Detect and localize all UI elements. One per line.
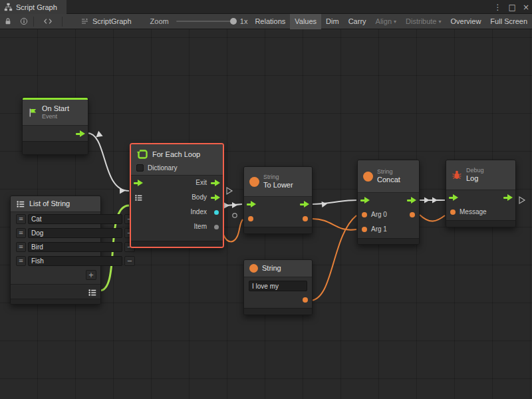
lock-button[interactable]	[0, 14, 16, 29]
list-item-input[interactable]	[28, 228, 122, 238]
values-toggle[interactable]: Values	[290, 14, 321, 29]
graph-asset-button[interactable]: ScriptGraph	[76, 14, 136, 29]
node-header[interactable]: List of String	[11, 196, 100, 212]
maximize-icon[interactable]: □	[509, 3, 516, 12]
node-for-each-loop[interactable]: For Each Loop Dictionary Exit Body Index…	[130, 144, 223, 247]
list-item-input[interactable]	[28, 242, 122, 252]
result-output-port[interactable]	[410, 212, 415, 217]
tab-label: Script Graph	[16, 3, 57, 11]
node-title: For Each Loop	[152, 150, 200, 158]
string-type-icon	[363, 172, 373, 182]
toolbar-separator	[62, 17, 63, 27]
window-tab-bar: Script Graph ⋮ □ ×	[0, 0, 532, 14]
node-debug-log[interactable]: Debug Log Message	[446, 160, 516, 227]
node-header[interactable]: On Start Event	[23, 100, 88, 126]
dictionary-label: Dictionary	[148, 164, 177, 172]
arg1-input-port[interactable]	[362, 227, 367, 232]
list-icon	[16, 200, 25, 209]
node-footer	[131, 241, 223, 247]
graph-icon	[4, 3, 13, 11]
zoom-slider-track[interactable]	[176, 21, 235, 22]
list-item-row: ≡ −	[11, 226, 100, 240]
carry-toggle[interactable]: Carry	[344, 14, 371, 29]
lock-icon	[4, 17, 12, 25]
body-output-port[interactable]	[211, 194, 220, 201]
fullscreen-button[interactable]: Full Screen	[485, 14, 532, 29]
add-item-button[interactable]: +	[86, 270, 96, 280]
exit-port-label: Exit	[196, 179, 207, 186]
relations-toggle[interactable]: Relations	[250, 14, 290, 29]
body-port-label: Body	[192, 194, 207, 201]
message-port-label: Message	[460, 208, 487, 215]
list-output-port[interactable]	[88, 288, 97, 297]
flow-input-port[interactable]	[449, 194, 458, 201]
info-icon	[20, 17, 28, 25]
string-output-port[interactable]	[303, 297, 308, 303]
align-dropdown[interactable]: Align ▾	[371, 14, 401, 29]
overview-button[interactable]: Overview	[446, 14, 486, 29]
node-title: Log	[466, 174, 484, 183]
flow-output-port[interactable]	[503, 194, 513, 201]
flow-output-port[interactable]	[76, 130, 85, 137]
node-title: To Lower	[263, 181, 293, 190]
node-list-of-string[interactable]: List of String ≡ − ≡ − ≡ − ≡ − +	[10, 196, 101, 305]
node-title: On Start	[42, 104, 69, 113]
flow-input-port[interactable]	[134, 180, 143, 186]
window-menu-icon[interactable]: ⋮	[494, 3, 502, 12]
chevron-down-icon: ▾	[394, 19, 396, 25]
list-input-port[interactable]	[134, 194, 143, 202]
remove-item-button[interactable]: −	[124, 256, 135, 266]
tab-script-graph[interactable]: Script Graph	[0, 0, 66, 14]
node-on-start[interactable]: On Start Event	[22, 97, 88, 155]
node-footer	[11, 299, 100, 304]
list-item-row: ≡ −	[11, 212, 100, 226]
node-footer	[446, 220, 515, 227]
node-string-to-lower[interactable]: String To Lower	[243, 166, 313, 234]
drag-handle-icon[interactable]: ≡	[16, 242, 26, 252]
node-title: Concat	[377, 176, 400, 184]
edit-source-button[interactable]	[35, 14, 61, 29]
item-output-port[interactable]	[214, 225, 219, 229]
zoom-value: 1x	[237, 14, 251, 29]
flow-input-port[interactable]	[247, 201, 256, 207]
node-header[interactable]: String To Lower	[244, 167, 312, 197]
distribute-dropdown[interactable]: Distribute ▾	[401, 14, 446, 29]
item-port-label: Item	[194, 223, 207, 230]
zoom-slider-thumb[interactable]	[230, 18, 237, 25]
drag-handle-icon[interactable]: ≡	[16, 256, 26, 266]
flow-output-port[interactable]	[407, 197, 416, 203]
script-graph-icon	[80, 17, 89, 25]
node-header[interactable]: String	[244, 260, 312, 277]
bug-icon	[452, 170, 462, 180]
flow-output-port[interactable]	[300, 201, 309, 207]
string-output-port[interactable]	[303, 216, 308, 221]
node-header[interactable]: Debug Log	[446, 160, 515, 190]
inspect-button[interactable]	[16, 14, 32, 29]
dictionary-checkbox[interactable]	[136, 164, 144, 172]
string-input-port[interactable]	[248, 216, 253, 221]
exit-output-port[interactable]	[211, 180, 220, 186]
node-string-concat[interactable]: String Concat Arg 0 Arg 1	[357, 160, 420, 245]
list-item-input[interactable]	[28, 214, 122, 224]
flag-icon	[28, 108, 38, 118]
drag-handle-icon[interactable]: ≡	[16, 228, 26, 238]
node-header[interactable]: For Each Loop Dictionary	[131, 144, 223, 176]
zoom-slider[interactable]	[176, 17, 235, 25]
distribute-label: Distribute	[406, 17, 436, 25]
node-header[interactable]: String Concat	[358, 160, 419, 193]
list-item-row: ≡ −	[11, 240, 100, 254]
node-subtitle: Event	[42, 113, 69, 120]
message-input-port[interactable]	[450, 209, 456, 215]
node-category: String	[377, 168, 400, 176]
string-value-input[interactable]	[249, 281, 307, 291]
dim-toggle[interactable]: Dim	[321, 14, 344, 29]
arg1-port-label: Arg 1	[371, 225, 387, 233]
index-output-port[interactable]	[214, 210, 219, 215]
code-icon	[43, 17, 53, 25]
drag-handle-icon[interactable]: ≡	[16, 214, 26, 224]
list-item-input[interactable]	[28, 256, 122, 266]
arg0-input-port[interactable]	[362, 212, 367, 217]
flow-input-port[interactable]	[360, 197, 370, 203]
node-string-literal[interactable]: String	[243, 259, 313, 315]
close-icon[interactable]: ×	[523, 3, 529, 12]
